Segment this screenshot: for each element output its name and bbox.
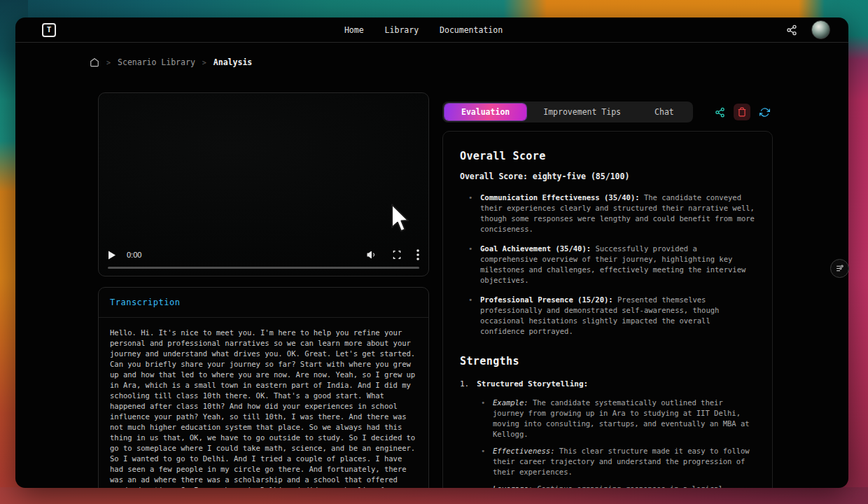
video-player[interactable]: 0:00 (98, 92, 429, 276)
home-icon[interactable] (90, 57, 99, 67)
strength-point: Example: The candidate systematically ou… (460, 398, 755, 440)
analysis-tabs: Evaluation Improvement Tips Chat (442, 102, 693, 122)
desktop-background-bottom (0, 487, 868, 504)
strength-item: 1. Structured Storytelling: (460, 379, 755, 388)
play-icon[interactable] (108, 251, 116, 260)
share-icon[interactable] (786, 24, 797, 36)
navbar-right (786, 20, 830, 39)
main-nav: Home Library Documentation (344, 25, 503, 35)
delete-icon[interactable] (734, 104, 750, 120)
breadcrumb-current-page: Analysis (214, 57, 252, 67)
breadcrumb: > Scenario Library > Analysis (90, 57, 848, 67)
analysis-tool-icons (711, 104, 773, 120)
nav-link-home[interactable]: Home (344, 25, 364, 35)
left-column: 0:00 (98, 92, 429, 488)
share-analysis-icon[interactable] (711, 104, 728, 120)
score-bullet: Communication Effectiveness (35/40): The… (460, 192, 755, 234)
top-navbar: T Home Library Documentation (15, 18, 848, 43)
overall-score-summary: Overall Score: eighty-five (85/100) (460, 172, 755, 181)
tab-improvement-tips[interactable]: Improvement Tips (526, 104, 638, 120)
chevron-right-icon: > (202, 59, 206, 66)
strength-point: Leverage: Continue organizing responses … (460, 484, 755, 488)
chevron-right-icon: > (106, 59, 111, 66)
refresh-icon[interactable] (756, 104, 773, 120)
video-current-time: 0:00 (127, 251, 141, 259)
nav-link-library[interactable]: Library (385, 25, 419, 35)
brand-logo-letter: T (47, 25, 52, 34)
transcription-text: Hello. Hi. It's nice to meet you. I'm he… (99, 318, 428, 488)
transcription-title: Transcription (99, 288, 428, 318)
right-column: Evaluation Improvement Tips Chat (442, 92, 773, 488)
strength-point: Effectiveness: This clear structure made… (460, 446, 755, 477)
breadcrumb-scenario-library[interactable]: Scenario Library (118, 57, 195, 67)
nav-link-documentation[interactable]: Documentation (440, 25, 503, 35)
score-bullet: Professional Presence (15/20): Presented… (460, 295, 755, 337)
app-window: T Home Library Documentation > Scenario … (15, 18, 848, 488)
adjustments-icon[interactable] (830, 259, 849, 278)
video-seek-bar[interactable] (108, 267, 419, 269)
user-avatar[interactable] (811, 20, 830, 39)
fullscreen-icon[interactable] (392, 250, 402, 260)
strengths-heading: Strengths (460, 355, 755, 368)
tab-evaluation[interactable]: Evaluation (444, 104, 526, 120)
transcription-panel: Transcription Hello. Hi. It's nice to me… (98, 287, 429, 488)
volume-icon[interactable] (366, 249, 377, 260)
evaluation-content: Overall Score Overall Score: eighty-five… (442, 131, 773, 488)
overall-score-heading: Overall Score (460, 150, 755, 162)
main-content: 0:00 (15, 67, 848, 488)
tab-chat[interactable]: Chat (638, 104, 691, 120)
strength-points-list: Example: The candidate systematically ou… (460, 398, 755, 488)
analysis-toolbar: Evaluation Improvement Tips Chat (442, 102, 773, 122)
score-bullet: Goal Achievement (35/40): Successfully p… (460, 244, 755, 286)
brand-logo[interactable]: T (42, 23, 56, 37)
more-options-icon[interactable] (416, 249, 419, 260)
video-controls: 0:00 (108, 249, 419, 260)
score-breakdown-list: Communication Effectiveness (35/40): The… (460, 192, 755, 337)
video-controls-right (366, 249, 419, 260)
